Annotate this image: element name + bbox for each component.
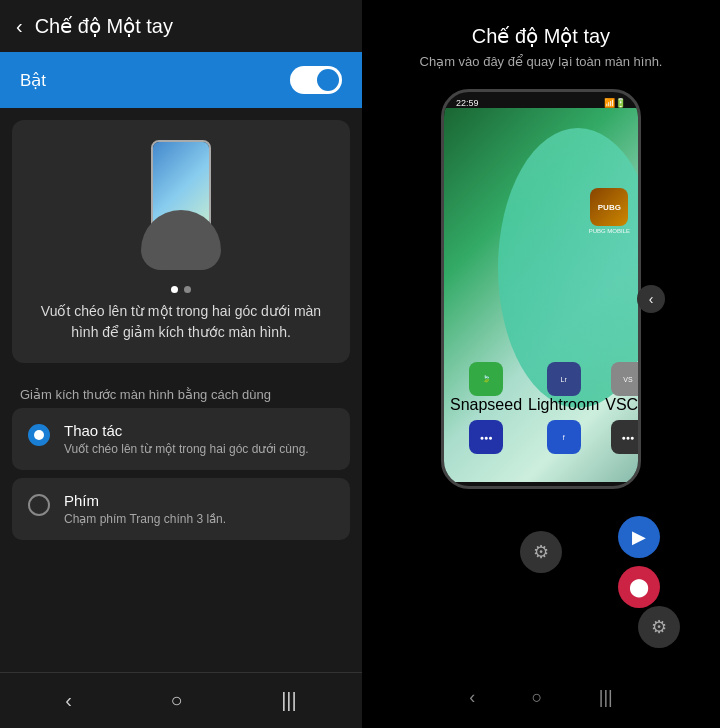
app-grid: 🍃 Snapseed Lr Lightroom VS VSCO PA PicsA… [450,362,632,472]
radio-phim [28,494,50,516]
status-time: 22:59 [456,98,479,108]
list-item[interactable]: f [528,420,599,472]
app5-icon: ●●● [469,420,503,454]
nav-recents-left[interactable]: ||| [281,689,297,712]
right-subtitle[interactable]: Chạm vào đây để quay lại toàn màn hình. [420,54,663,69]
option-sub-phim: Chạm phím Trang chính 3 lần. [64,512,226,526]
dot-indicator [171,286,191,293]
option-text-phim: Phím Chạm phím Trang chính 3 lần. [64,492,226,526]
dot-1 [171,286,178,293]
dot-2 [184,286,191,293]
settings-gear[interactable]: ⚙ [520,531,562,573]
lightroom-label: Lightroom [528,396,599,414]
right-page-title: Chế độ Một tay [472,24,610,48]
bat-toggle[interactable] [290,66,342,94]
preview-screen: PUBG PUBG MOBILE 🍃 Snapseed Lr Lightroom… [444,108,638,482]
toggle-label: Bật [20,70,46,91]
section-label: Giảm kích thước màn hình bằng cách dùng [0,375,362,408]
bottom-nav-left: ‹ ○ ||| [0,672,362,728]
status-icons: 📶🔋 [604,98,626,108]
list-item[interactable]: ●●● [605,420,638,472]
app6-icon: f [547,420,581,454]
hand-illustration [131,140,231,270]
illustration-area: Vuốt chéo lên từ một trong hai góc dưới … [12,120,350,363]
option-title-thao-tac: Thao tác [64,422,309,439]
pubg-label: PUBG MOBILE [589,228,630,234]
radio-thao-tac [28,424,50,446]
option-title-phim: Phím [64,492,226,509]
right-panel: Chế độ Một tay Chạm vào đây để quay lại … [362,0,720,728]
option-list: Thao tác Vuốt chéo lên từ một trong hai … [0,408,362,540]
bottom-nav-right: ‹ ○ ||| [431,677,651,718]
illustration-description: Vuốt chéo lên từ một trong hai góc dưới … [32,301,330,343]
side-back-button[interactable]: ‹ [637,285,665,313]
nav-home-left[interactable]: ○ [170,689,182,712]
snapseed-icon: 🍃 [469,362,503,396]
fab-camera-button[interactable]: ⬤ [618,566,660,608]
radio-inner-thao-tac [34,430,44,440]
pubg-row: PUBG PUBG MOBILE [589,188,630,234]
fab-settings-button[interactable]: ⚙ [638,606,680,648]
phone-preview-container: 22:59 📶🔋 PUBG PUBG MOBILE 🍃 Snapseed [431,89,651,509]
list-item[interactable]: ●●● [450,420,522,472]
app7-icon: ●●● [611,420,638,454]
list-item[interactable]: 🍃 Snapseed [450,362,522,414]
toggle-row[interactable]: Bật [0,52,362,108]
preview-status-bar: 22:59 📶🔋 [444,92,638,108]
preview-phone: 22:59 📶🔋 PUBG PUBG MOBILE 🍃 Snapseed [441,89,641,489]
snapseed-label: Snapseed [450,396,522,414]
option-text-thao-tac: Thao tác Vuốt chéo lên từ một trong hai … [64,422,309,456]
side-controls: ‹ [637,285,665,313]
back-button[interactable]: ‹ [16,15,23,38]
gear-icon[interactable]: ⚙ [520,531,562,573]
left-panel: ‹ Chế độ Một tay Bật Vuốt chéo lên từ mộ… [0,0,362,728]
floating-buttons: ⚙ [638,606,680,648]
option-sub-thao-tac: Vuốt chéo lên từ một trong hai góc dưới … [64,442,309,456]
nav-back-right[interactable]: ‹ [469,687,475,708]
vsco-icon: VS [611,362,638,396]
option-phim[interactable]: Phím Chạm phím Trang chính 3 lần. [12,478,350,540]
list-item[interactable]: Lr Lightroom [528,362,599,414]
left-header: ‹ Chế độ Một tay [0,0,362,52]
nav-home-right[interactable]: ○ [532,687,543,708]
list-item[interactable]: VS VSCO [605,362,638,414]
nav-back-left[interactable]: ‹ [65,689,72,712]
lightroom-icon: Lr [547,362,581,396]
vsco-label: VSCO [605,396,638,414]
pubg-icon[interactable]: PUBG [590,188,628,226]
option-thao-tac[interactable]: Thao tác Vuốt chéo lên từ một trong hai … [12,408,350,470]
nav-recents-right[interactable]: ||| [599,687,613,708]
fab-play-button[interactable]: ▶ [618,516,660,558]
fab-group: ▶ ⬤ [618,516,660,608]
left-page-title: Chế độ Một tay [35,14,173,38]
